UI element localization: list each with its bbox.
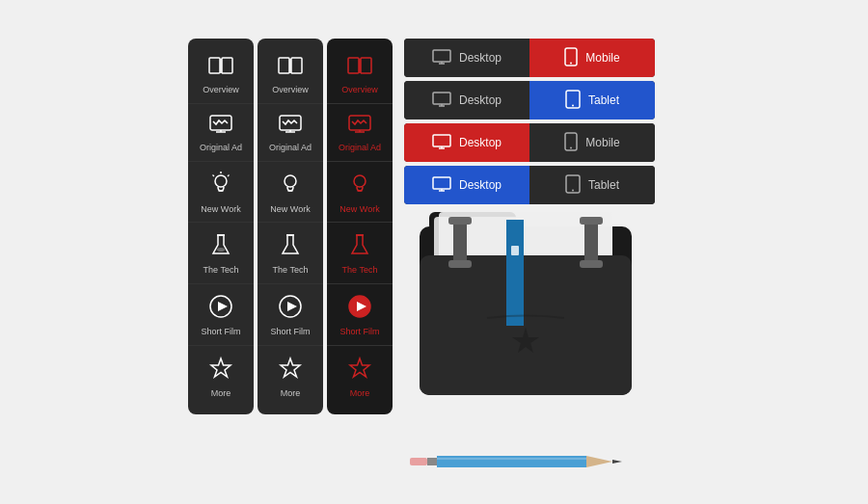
- short-film-label-1: Short Film: [201, 327, 240, 337]
- more-item-3[interactable]: More: [327, 346, 393, 407]
- overview-item-2[interactable]: Overview: [258, 46, 323, 104]
- svg-marker-25: [281, 358, 300, 377]
- svg-rect-70: [410, 458, 427, 465]
- svg-rect-67: [580, 260, 603, 268]
- svg-rect-47: [433, 135, 450, 146]
- new-work-item-3[interactable]: New Work: [327, 162, 393, 224]
- original-ad-item-3[interactable]: Original Ad: [327, 104, 393, 162]
- original-ad-label-3: Original Ad: [339, 143, 381, 153]
- svg-point-51: [570, 146, 572, 148]
- mobile-label-3: Mobile: [585, 136, 619, 149]
- svg-point-41: [570, 62, 572, 64]
- bulb-icon-1: [208, 172, 233, 200]
- the-tech-label-2: The Tech: [273, 265, 309, 276]
- short-film-label-2: Short Film: [270, 327, 310, 337]
- svg-rect-42: [433, 93, 450, 104]
- book-icon-2: [278, 56, 303, 81]
- svg-rect-72: [437, 456, 586, 467]
- svg-line-8: [228, 174, 230, 176]
- flask-icon-3: [347, 232, 372, 261]
- tablet-btn-2[interactable]: Tablet: [529, 81, 655, 119]
- mobile-btn-3[interactable]: Mobile: [529, 123, 655, 162]
- tv-icon-1: [208, 114, 233, 139]
- desktop-btn-1[interactable]: Desktop: [404, 39, 529, 77]
- short-film-item-1[interactable]: Short Film: [188, 284, 254, 346]
- svg-marker-36: [350, 358, 369, 377]
- play-icon-3: [347, 294, 372, 323]
- monitor-icon-3: [432, 134, 451, 152]
- short-film-item-3[interactable]: Short Film: [327, 284, 393, 346]
- desktop-btn-2[interactable]: Desktop: [404, 81, 529, 119]
- icon-column-2: Overview Original Ad New Wo: [258, 39, 323, 414]
- svg-marker-73: [586, 456, 612, 467]
- tv-icon-2: [278, 114, 303, 139]
- svg-rect-71: [427, 458, 437, 465]
- new-work-item-1[interactable]: New Work: [188, 162, 254, 224]
- star-icon-1: [208, 356, 233, 385]
- bulb-icon-3: [347, 172, 372, 200]
- svg-rect-15: [279, 58, 289, 73]
- overview-item-3[interactable]: Overview: [327, 46, 393, 104]
- mobile-label-1: Mobile: [585, 51, 619, 65]
- more-item-2[interactable]: More: [258, 346, 323, 407]
- overview-item-1[interactable]: Overview: [188, 46, 254, 104]
- svg-rect-27: [361, 58, 371, 73]
- the-tech-item-2[interactable]: The Tech: [258, 223, 323, 284]
- desktop-label-1: Desktop: [459, 51, 502, 65]
- monitor-icon-1: [432, 49, 451, 67]
- book-icon-1: [208, 56, 233, 81]
- svg-rect-16: [291, 58, 302, 73]
- svg-point-11: [217, 248, 225, 252]
- the-tech-label-1: The Tech: [203, 265, 239, 276]
- overview-label-1: Overview: [203, 85, 239, 95]
- desktop-btn-3[interactable]: Desktop: [404, 123, 529, 162]
- flask-icon-1: [208, 232, 233, 261]
- bulb-icon-2: [278, 172, 303, 200]
- the-tech-label-3: The Tech: [342, 265, 378, 276]
- new-work-label-3: New Work: [339, 204, 379, 215]
- original-ad-label-2: Original Ad: [269, 143, 312, 153]
- svg-rect-26: [348, 58, 359, 73]
- svg-point-20: [285, 175, 296, 187]
- tablet-label-2: Tablet: [588, 93, 619, 107]
- book-icon-3: [347, 56, 372, 81]
- the-tech-item-3[interactable]: The Tech: [327, 223, 393, 284]
- desktop-label-3: Desktop: [459, 136, 502, 149]
- device-row-1: Desktop Mobile: [404, 39, 655, 77]
- device-row-2: Desktop Tablet: [404, 81, 655, 119]
- overview-label-2: Overview: [272, 85, 309, 95]
- svg-marker-14: [211, 358, 231, 377]
- svg-rect-68: [506, 220, 524, 326]
- svg-rect-0: [209, 58, 220, 73]
- svg-point-31: [354, 175, 366, 187]
- svg-marker-74: [612, 460, 622, 464]
- tablet-label-4: Tablet: [588, 178, 619, 192]
- new-work-label-2: New Work: [270, 204, 310, 215]
- more-label-1: More: [211, 388, 231, 399]
- svg-marker-13: [218, 302, 228, 311]
- device-row-3: Desktop Mobile: [404, 123, 655, 162]
- svg-line-9: [213, 174, 215, 176]
- mobile-icon-1: [564, 47, 578, 69]
- folder-illustration: [400, 193, 670, 482]
- svg-rect-64: [448, 260, 472, 268]
- new-work-item-2[interactable]: New Work: [258, 162, 323, 224]
- original-ad-label-1: Original Ad: [200, 143, 242, 153]
- more-item-1[interactable]: More: [188, 346, 254, 407]
- tv-icon-3: [347, 114, 372, 139]
- more-label-3: More: [350, 388, 370, 399]
- play-icon-2: [278, 294, 303, 323]
- overview-label-3: Overview: [341, 85, 378, 95]
- the-tech-item-1[interactable]: The Tech: [188, 223, 254, 284]
- original-ad-item-1[interactable]: Original Ad: [188, 104, 254, 162]
- svg-rect-37: [433, 50, 450, 62]
- more-label-2: More: [281, 388, 301, 399]
- original-ad-item-2[interactable]: Original Ad: [258, 104, 323, 162]
- star-icon-3: [347, 356, 372, 385]
- monitor-icon-4: [432, 176, 451, 195]
- short-film-item-2[interactable]: Short Film: [258, 284, 323, 346]
- mobile-btn-1[interactable]: Mobile: [529, 39, 655, 77]
- icon-column-3: Overview Original Ad New Wo: [327, 39, 393, 414]
- flask-icon-2: [278, 232, 303, 261]
- icon-column-1: Overview Original Ad: [188, 39, 254, 414]
